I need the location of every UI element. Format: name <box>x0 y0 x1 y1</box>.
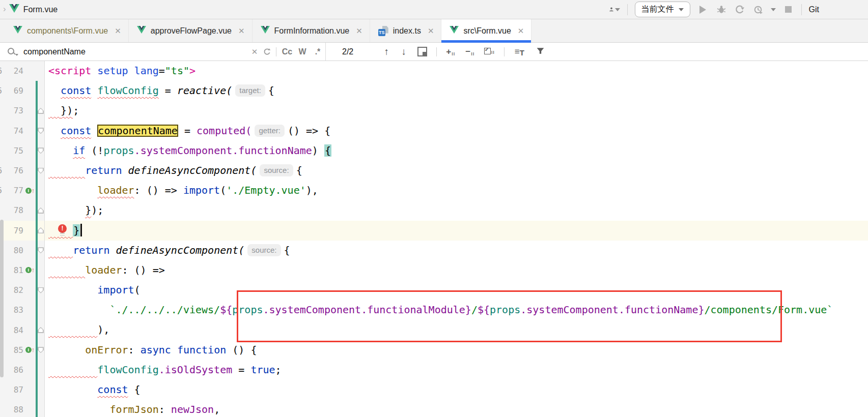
fold-start-icon[interactable] <box>38 247 44 253</box>
code-line: 569 const flowConfig = reactive(target:{ <box>0 81 868 101</box>
coverage-icon[interactable] <box>734 4 745 15</box>
code-text[interactable]: return defineAsyncComponent(source:{ <box>45 161 868 181</box>
token <box>122 164 128 176</box>
code-text[interactable]: loader: () => <box>45 260 868 280</box>
typescript-file-icon: TS <box>378 26 388 36</box>
match-case-toggle[interactable]: Cc <box>279 47 295 56</box>
close-tab-icon[interactable]: ✕ <box>115 26 121 36</box>
token: { <box>324 144 331 157</box>
code-text[interactable]: }); <box>45 200 868 220</box>
implement-marker-icon[interactable]: I↑ <box>25 188 35 194</box>
prev-match-icon[interactable]: ↑ <box>378 46 395 57</box>
filter-lines-icon[interactable]: ≡T <box>510 47 529 57</box>
code-text[interactable]: }); <box>45 101 868 121</box>
token: ); <box>91 204 103 216</box>
token <box>48 323 97 336</box>
tab-2[interactable]: approveFlowPage.vue✕ <box>129 19 253 42</box>
implement-marker-icon[interactable]: I↑ <box>25 267 35 273</box>
token <box>48 284 97 296</box>
code-text[interactable]: onError: async function () { <box>45 340 868 360</box>
remove-occurrence-icon[interactable]: −II <box>460 47 480 57</box>
user-dropdown-icon[interactable] <box>615 8 620 11</box>
code-text[interactable]: const componentName = computed(getter:()… <box>45 121 868 141</box>
token: loader <box>85 264 122 276</box>
stop-icon[interactable] <box>783 4 794 15</box>
code-text[interactable]: if (!props.systemComponent.functionName)… <box>45 141 868 161</box>
tab-3[interactable]: FormInformation.vue✕ <box>253 19 370 42</box>
clipped-digit-artifact: 6 <box>0 166 2 175</box>
fold-start-icon[interactable] <box>38 147 44 154</box>
add-occurrence-icon[interactable]: +II <box>441 47 460 57</box>
fold-end-icon[interactable] <box>38 207 44 214</box>
search-icon[interactable] <box>7 47 16 56</box>
code-text[interactable]: const flowConfig = reactive(target:{ <box>45 81 868 101</box>
search-input[interactable]: componentName <box>23 47 248 56</box>
next-match-icon[interactable]: ↓ <box>395 46 412 57</box>
search-field[interactable]: componentName ✕ Cc W .* <box>0 43 326 61</box>
user-icon[interactable] <box>609 4 620 15</box>
fold-end-icon[interactable] <box>38 227 44 233</box>
vue-file-icon <box>13 26 22 36</box>
token: "ts" <box>165 65 189 77</box>
gutter: 84 <box>0 320 45 340</box>
code-text[interactable]: formJson: newJson, <box>45 400 868 417</box>
run-icon[interactable] <box>697 4 709 15</box>
implement-marker-icon[interactable]: I↑ <box>25 347 35 353</box>
line-number: 87 <box>0 385 23 395</box>
token <box>109 244 116 256</box>
code-text[interactable]: <script setup lang="ts"> <box>45 61 868 81</box>
code-text[interactable]: loader: () => import('./Empty.vue'), <box>45 181 868 200</box>
tab-1[interactable]: components\Form.vue✕ <box>5 19 129 42</box>
fold-end-icon[interactable] <box>38 327 44 333</box>
token <box>48 184 97 196</box>
close-tab-icon[interactable]: ✕ <box>356 26 362 36</box>
code-editor[interactable]: 624<script setup lang="ts">569 const flo… <box>0 61 868 417</box>
fold-start-icon[interactable] <box>38 347 44 353</box>
find-in-selection-icon[interactable] <box>417 47 427 56</box>
profiler-icon[interactable] <box>752 4 764 15</box>
token <box>48 403 109 415</box>
close-tab-icon[interactable]: ✕ <box>518 26 524 36</box>
history-arrow-icon[interactable] <box>261 46 273 58</box>
text-caret <box>80 224 82 236</box>
select-all-occurrences-icon[interactable]: II <box>480 48 499 55</box>
fold-start-icon[interactable] <box>38 168 44 174</box>
fold-start-icon[interactable] <box>38 287 44 293</box>
code-line: 73 }); <box>0 101 868 121</box>
filter-funnel-icon[interactable] <box>536 47 545 57</box>
tab-4[interactable]: TSindex.ts✕ <box>370 19 442 42</box>
token: function <box>177 344 226 356</box>
words-toggle[interactable]: W <box>295 47 310 56</box>
token: : <box>159 403 171 415</box>
tab-5[interactable]: src\Form.vue✕ <box>441 19 531 42</box>
token: { <box>296 164 302 176</box>
code-line: 86 flowConfig.isOldSystem = true; <box>0 360 868 380</box>
gutter: 73 <box>0 101 45 121</box>
token: ; <box>73 104 79 116</box>
regex-toggle[interactable]: .* <box>310 47 325 56</box>
token <box>171 344 177 356</box>
gutter: 81I↑ <box>0 260 45 280</box>
token: ), <box>97 323 109 336</box>
run-configuration-select[interactable]: 当前文件 <box>635 2 690 17</box>
token: ) <box>312 144 324 157</box>
error-bulb-icon[interactable]: ! <box>58 224 67 233</box>
debug-icon[interactable] <box>716 4 727 15</box>
code-text[interactable]: flowConfig.isOldSystem = true; <box>45 360 868 380</box>
profiler-dropdown-icon[interactable] <box>771 8 776 11</box>
code-line: 79! } <box>0 221 868 241</box>
fold-end-icon[interactable] <box>38 108 44 114</box>
token: } <box>85 204 91 216</box>
code-text[interactable]: const { <box>45 380 868 400</box>
match-count: 2/2 <box>342 47 353 56</box>
close-tab-icon[interactable]: ✕ <box>428 26 434 36</box>
token <box>48 304 109 316</box>
git-menu-label[interactable]: Git <box>809 5 819 14</box>
code-text[interactable]: return defineAsyncComponent(source:{ <box>45 241 868 260</box>
token <box>48 344 85 356</box>
code-text[interactable]: ! } <box>45 221 868 241</box>
clear-search-icon[interactable]: ✕ <box>248 46 261 58</box>
token: () { <box>226 344 257 356</box>
fold-start-icon[interactable] <box>38 128 44 134</box>
close-tab-icon[interactable]: ✕ <box>238 26 245 36</box>
